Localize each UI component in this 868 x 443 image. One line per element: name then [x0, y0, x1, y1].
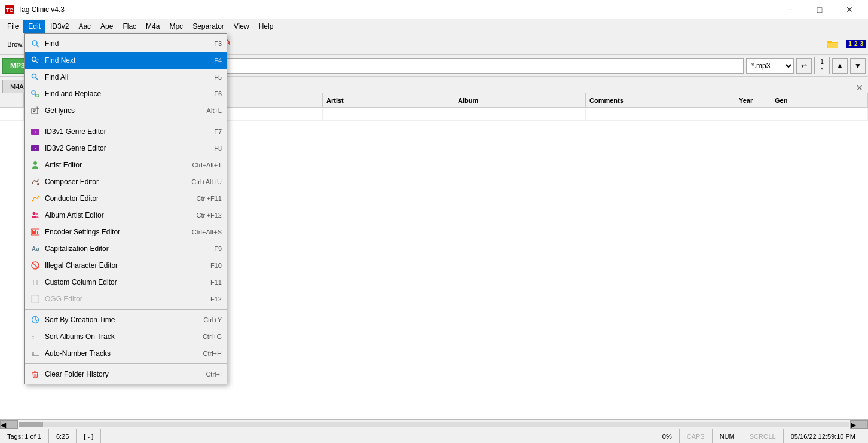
menu-mpc[interactable]: Mpc: [164, 20, 188, 33]
cap-editor-icon: Aa: [29, 243, 41, 255]
track-count-display: 1 ×: [814, 57, 830, 74]
close-button[interactable]: ✕: [836, 1, 863, 19]
menu-help[interactable]: Help: [254, 20, 279, 33]
svg-rect-50: [32, 295, 39, 303]
scroll-right-btn[interactable]: ▶: [850, 420, 868, 429]
find-replace-shortcut: F6: [214, 90, 222, 97]
menu-ape[interactable]: Ape: [96, 20, 118, 33]
scroll-thumb[interactable]: [19, 422, 43, 427]
menu-edit[interactable]: Edit: [23, 20, 45, 33]
minimize-button[interactable]: −: [776, 1, 803, 19]
svg-text:♪: ♪: [34, 130, 36, 134]
menu-sort-albums[interactable]: ↕ Sort Albums On Track Ctrl+G: [25, 328, 227, 345]
th-album: Album: [454, 93, 586, 107]
status-caps: CAPS: [680, 429, 713, 443]
ogg-editor-label: OGG Editor: [45, 295, 198, 303]
menu-illegal-editor[interactable]: Illegal Character Editor F10: [25, 257, 227, 274]
clear-history-label: Clear Folder History: [45, 370, 194, 378]
find-replace-icon: [29, 88, 41, 100]
get-lyrics-icon: [29, 105, 41, 117]
sort-albums-icon: ↕: [29, 331, 41, 343]
svg-rect-30: [32, 108, 38, 114]
svg-point-26: [32, 74, 36, 78]
svg-text:TC: TC: [6, 7, 13, 13]
track-up-button[interactable]: ▲: [832, 58, 848, 74]
menu-find[interactable]: Find F3: [25, 35, 227, 52]
album-artist-editor-label: Album Artist Editor: [45, 211, 185, 219]
sep-3: [25, 363, 227, 364]
menu-flac[interactable]: Flac: [118, 20, 141, 33]
menu-custom-col-editor[interactable]: TT Custom Column Editor F11: [25, 274, 227, 291]
menu-auto-number[interactable]: # Auto-Number Tracks Ctrl+H: [25, 345, 227, 362]
svg-text:♪: ♪: [34, 146, 36, 151]
sort-albums-shortcut: Ctrl+G: [203, 333, 222, 340]
clear-history-shortcut: Ctrl+I: [206, 371, 222, 378]
menu-separator[interactable]: Separator: [188, 20, 229, 33]
window-controls: − □ ✕: [776, 1, 863, 19]
folder-icon[interactable]: [823, 36, 842, 53]
undo-button[interactable]: ↩: [796, 58, 812, 74]
track-n3: 3: [860, 41, 863, 47]
menu-aac[interactable]: Aac: [74, 20, 96, 33]
find-all-label: Find All: [45, 73, 202, 81]
auto-number-label: Auto-Number Tracks: [45, 349, 191, 358]
sep-1: [25, 121, 227, 121]
th-artist: Artist: [323, 93, 454, 107]
menu-id3v2-genre[interactable]: ♪ ID3v2 Genre Editor F8: [25, 140, 227, 157]
sort-albums-label: Sort Albums On Track: [45, 332, 191, 341]
menu-file[interactable]: File: [2, 20, 23, 33]
svg-line-48: [33, 263, 38, 268]
title-bar: TC Tag Clinic v4.3 − □ ✕: [0, 0, 868, 19]
td-num: [0, 108, 24, 120]
encoder-editor-shortcut: Ctrl+Alt+S: [192, 228, 222, 236]
menu-id3v1-genre[interactable]: ♪ ID3v1 Genre Editor F7: [25, 123, 227, 140]
svg-point-40: [36, 213, 38, 215]
menu-find-next[interactable]: Find Next F4: [25, 52, 227, 69]
artist-editor-label: Artist Editor: [45, 161, 180, 169]
svg-point-35: [33, 161, 37, 165]
find-all-shortcut: F5: [214, 74, 222, 81]
menu-sort-creation[interactable]: Sort By Creation Time Ctrl+Y: [25, 311, 227, 328]
app-icon: TC: [5, 5, 14, 14]
id3v1-genre-shortcut: F7: [214, 128, 222, 135]
tabs-close-icon[interactable]: ✕: [854, 83, 866, 93]
artist-editor-shortcut: Ctrl+Alt+T: [192, 161, 222, 169]
menu-conductor-editor[interactable]: Conductor Editor Ctrl+F11: [25, 190, 227, 207]
menu-id3v2[interactable]: ID3v2: [45, 20, 74, 33]
id3v1-genre-label: ID3v1 Genre Editor: [45, 127, 202, 136]
status-bracket: [ - ]: [77, 429, 101, 443]
ogg-editor-shortcut: F12: [210, 295, 222, 303]
menu-find-replace[interactable]: Find and Replace F6: [25, 85, 227, 102]
sep-2: [25, 309, 227, 310]
menu-encoder-editor[interactable]: Encoder Settings Editor Ctrl+Alt+S: [25, 224, 227, 240]
conductor-editor-label: Conductor Editor: [45, 194, 185, 203]
cap-editor-label: Capitalization Editor: [45, 245, 202, 253]
find-next-icon: [29, 54, 41, 66]
scroll-track[interactable]: [19, 422, 849, 427]
menu-m4a[interactable]: M4a: [141, 20, 164, 33]
menu-album-artist-editor[interactable]: Album Artist Editor Ctrl+F12: [25, 207, 227, 224]
status-scroll: SCROLL: [742, 429, 784, 443]
find-next-label: Find Next: [45, 56, 202, 65]
scroll-left-btn[interactable]: ◀: [0, 420, 18, 429]
illegal-editor-icon: [29, 259, 41, 271]
maximize-button[interactable]: □: [806, 1, 833, 19]
td-year: [735, 108, 771, 120]
horizontal-scrollbar[interactable]: ◀ ▶: [0, 419, 868, 429]
status-num: NUM: [713, 429, 742, 443]
track-down-button[interactable]: ▼: [850, 58, 866, 74]
menu-view[interactable]: View: [229, 20, 254, 33]
sort-creation-icon: [29, 314, 41, 326]
menu-cap-editor[interactable]: Aa Capitalization Editor F9: [25, 240, 227, 257]
menu-ogg-editor: OGG Editor F12: [25, 291, 227, 307]
menu-clear-history[interactable]: Clear Folder History Ctrl+I: [25, 366, 227, 383]
menu-composer-editor[interactable]: Composer Editor Ctrl+Alt+U: [25, 173, 227, 190]
th-comments: Comments: [586, 93, 735, 107]
clear-history-icon: [29, 368, 41, 380]
composer-editor-shortcut: Ctrl+Alt+U: [191, 178, 222, 185]
menu-find-all[interactable]: Find All F5: [25, 69, 227, 85]
menu-get-lyrics[interactable]: Get lyrics Alt+L: [25, 102, 227, 119]
extension-select[interactable]: *.mp3 *.mp3: [746, 58, 794, 74]
status-time: 6:25: [49, 429, 77, 443]
menu-artist-editor[interactable]: Artist Editor Ctrl+Alt+T: [25, 157, 227, 173]
